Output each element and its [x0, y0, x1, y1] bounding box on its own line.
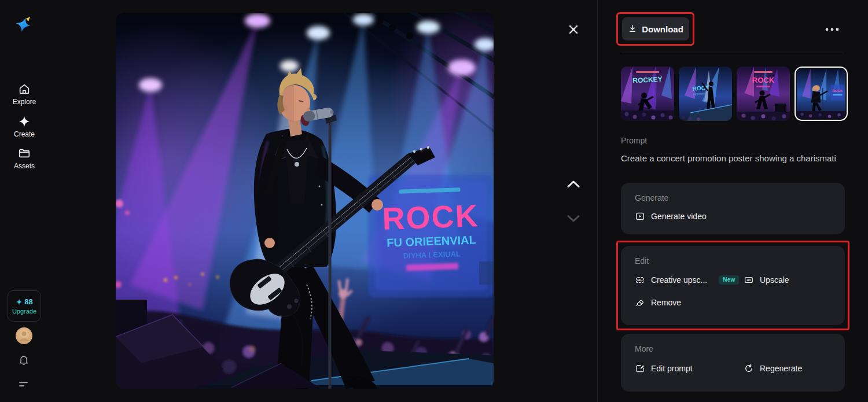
credits-upgrade-button[interactable]: 88 Upgrade	[8, 290, 41, 322]
upscale-button[interactable]: HD Upscale	[744, 275, 789, 285]
notifications-button[interactable]	[17, 353, 30, 366]
more-section-card: More Edit prompt	[621, 334, 845, 392]
screen-title-text: ROCK	[382, 198, 480, 236]
bell-icon	[18, 354, 30, 366]
edit-prompt-button[interactable]: Edit prompt	[635, 363, 744, 374]
regenerate-label: Regenerate	[760, 364, 802, 373]
generate-section-card: Generate Generate video	[621, 183, 845, 234]
collapse-lines-icon	[18, 380, 30, 388]
generate-video-button[interactable]: Generate video	[635, 211, 707, 222]
app-logo[interactable]	[10, 14, 36, 39]
new-badge: New	[719, 275, 739, 285]
credit-star-icon	[16, 298, 23, 305]
collapse-sidebar-button[interactable]	[17, 379, 30, 389]
more-options-button[interactable]	[824, 25, 840, 34]
sidebar-item-explore[interactable]: Explore	[0, 83, 49, 106]
creative-upscale-label: Creative upsc...	[651, 275, 707, 285]
ellipsis-icon	[825, 27, 840, 32]
video-play-icon	[635, 211, 645, 222]
home-icon	[18, 83, 31, 95]
more-section-title: More	[635, 344, 845, 353]
sidebar-item-label: Explore	[13, 98, 36, 106]
sidebar-item-label: Assets	[14, 162, 35, 170]
thumbnail-4-selected[interactable]: ROCK	[795, 67, 848, 121]
sidebar-item-create[interactable]: Create	[0, 115, 49, 138]
hd-plus-icon: HD+	[635, 275, 645, 285]
remove-label: Remove	[651, 298, 681, 307]
sparkle-diamond-icon	[18, 115, 31, 128]
thumbnail-3[interactable]: ROCK	[737, 67, 790, 121]
regenerate-icon	[744, 363, 754, 374]
generate-video-label: Generate video	[651, 212, 707, 221]
next-image-button[interactable]	[566, 212, 581, 226]
edit-section-card: Edit HD+ Creative upsc... New	[621, 246, 845, 325]
folder-icon	[18, 147, 31, 160]
sidebar-item-assets[interactable]: Assets	[0, 147, 49, 170]
thumbnail-1-title: ROCKEY	[632, 75, 663, 85]
svg-text:HD: HD	[747, 279, 751, 282]
close-viewer-button[interactable]	[565, 21, 582, 38]
thumbnail-strip: ROCKEY ROCK FESTIVAL	[621, 67, 848, 121]
thumbnail-3-title: ROCK	[752, 76, 775, 84]
eraser-icon	[635, 297, 645, 308]
prompt-text: Create a concert promotion poster showin…	[621, 153, 849, 163]
download-icon	[628, 24, 637, 34]
hd-icon: HD	[744, 275, 754, 285]
dreamina-star-icon	[10, 14, 36, 39]
previous-image-button[interactable]	[566, 177, 581, 191]
svg-text:HD+: HD+	[637, 279, 643, 282]
upscale-label: Upscale	[760, 275, 789, 285]
edit-prompt-label: Edit prompt	[651, 364, 693, 373]
regenerate-button[interactable]: Regenerate	[744, 363, 802, 374]
download-label: Download	[642, 24, 683, 34]
thumbnail-2[interactable]: ROCK FESTIVAL	[679, 67, 732, 121]
remove-button[interactable]: Remove	[635, 297, 681, 308]
download-button[interactable]: Download	[622, 17, 689, 40]
credits-amount: 88	[24, 297, 32, 306]
dreamina-app-window: Explore Create Assets 88 Upgrade	[0, 0, 868, 402]
thumbnail-4-title: ROCK	[833, 89, 843, 93]
sidebar-item-label: Create	[14, 130, 35, 138]
generated-image-preview: ROCK FU ORIEENVIAL DIYHA LEXIUAL	[116, 13, 494, 389]
close-icon	[568, 24, 579, 35]
edit-section-title: Edit	[635, 256, 845, 265]
generate-section-title: Generate	[635, 193, 845, 202]
edit-prompt-icon	[635, 363, 645, 374]
upgrade-label: Upgrade	[12, 308, 36, 315]
prompt-label: Prompt	[621, 136, 647, 145]
chevron-down-icon	[567, 215, 580, 223]
header-divider	[621, 53, 843, 53]
creative-upscale-button[interactable]: HD+ Creative upsc... New	[635, 275, 744, 285]
panel-divider	[597, 0, 598, 402]
thumbnail-1[interactable]: ROCKEY	[621, 67, 674, 121]
user-avatar[interactable]	[16, 327, 32, 344]
chevron-up-icon	[567, 180, 580, 188]
